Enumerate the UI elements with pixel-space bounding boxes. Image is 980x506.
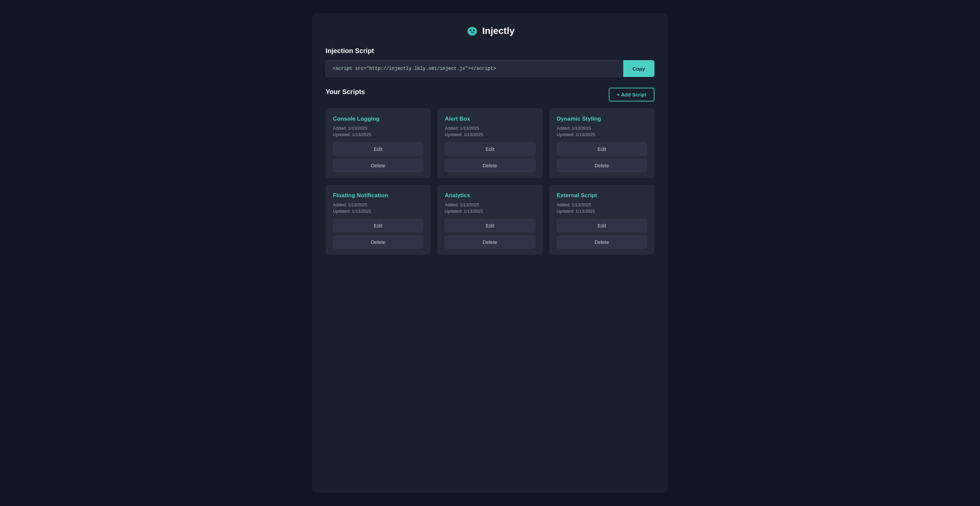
script-card-buttons-console-logging: Edit Delete — [333, 142, 423, 172]
delete-button-console-logging[interactable]: Delete — [333, 159, 423, 172]
script-card-buttons-dynamic-styling: Edit Delete — [557, 142, 647, 172]
script-card-console-logging: Console Logging Added: 1/13/2025 Updated… — [326, 108, 431, 178]
scripts-grid: Console Logging Added: 1/13/2025 Updated… — [326, 108, 654, 255]
script-card-floating-notification: Floating Notification Added: 1/13/2025 U… — [326, 185, 431, 255]
script-card-buttons-floating-notification: Edit Delete — [333, 219, 423, 249]
script-card-updated-floating-notification: Updated: 1/13/2025 — [333, 209, 423, 214]
edit-button-console-logging[interactable]: Edit — [333, 142, 423, 156]
script-card-added-floating-notification: Added: 1/13/2025 — [333, 202, 423, 207]
script-card-dynamic-styling: Dynamic Styling Added: 1/13/2025 Updated… — [549, 108, 654, 178]
svg-point-4 — [471, 32, 474, 33]
script-card-added-dynamic-styling: Added: 1/13/2025 — [557, 126, 647, 131]
delete-button-alert-box[interactable]: Delete — [445, 159, 535, 172]
script-card-title-alert-box: Alert Box — [445, 116, 535, 122]
your-scripts-section: Your Scripts + Add Script Console Loggin… — [326, 88, 654, 255]
svg-point-1 — [468, 27, 477, 35]
script-card-title-console-logging: Console Logging — [333, 116, 423, 122]
app-title: Injectly — [482, 26, 514, 36]
script-card-buttons-external-script: Edit Delete — [557, 219, 647, 249]
delete-button-dynamic-styling[interactable]: Delete — [557, 159, 647, 172]
main-container: Injectly Injection Script <script src="h… — [312, 13, 668, 493]
app-logo-icon — [466, 24, 479, 38]
script-card-updated-alert-box: Updated: 1/13/2025 — [445, 132, 535, 137]
header: Injectly — [326, 24, 654, 38]
script-card-external-script: External Script Added: 1/13/2025 Updated… — [549, 185, 654, 255]
delete-button-external-script[interactable]: Delete — [557, 236, 647, 249]
svg-point-3 — [473, 30, 474, 31]
script-card-updated-external-script: Updated: 1/13/2025 — [557, 209, 647, 214]
delete-button-floating-notification[interactable]: Delete — [333, 236, 423, 249]
copy-button[interactable]: Copy — [623, 60, 655, 77]
edit-button-dynamic-styling[interactable]: Edit — [557, 142, 647, 156]
script-card-title-analytics: Analytics — [445, 192, 535, 199]
injection-script-title: Injection Script — [326, 47, 654, 55]
script-card-added-analytics: Added: 1/13/2025 — [445, 202, 535, 207]
script-card-analytics: Analytics Added: 1/13/2025 Updated: 1/13… — [437, 185, 542, 255]
script-card-added-alert-box: Added: 1/13/2025 — [445, 126, 535, 131]
add-script-button[interactable]: + Add Script — [609, 88, 654, 102]
injection-script-section: Injection Script <script src="http://inj… — [326, 47, 654, 77]
edit-button-analytics[interactable]: Edit — [445, 219, 535, 232]
edit-button-floating-notification[interactable]: Edit — [333, 219, 423, 232]
edit-button-alert-box[interactable]: Edit — [445, 142, 535, 156]
script-card-title-dynamic-styling: Dynamic Styling — [557, 116, 647, 122]
script-card-buttons-analytics: Edit Delete — [445, 219, 535, 249]
script-card-added-external-script: Added: 1/13/2025 — [557, 202, 647, 207]
scripts-header: Your Scripts + Add Script — [326, 88, 654, 102]
script-card-added-console-logging: Added: 1/13/2025 — [333, 126, 423, 131]
script-card-updated-analytics: Updated: 1/13/2025 — [445, 209, 535, 214]
script-input-row: <script src="http://injectly.lkly.net/in… — [326, 60, 654, 77]
script-code-box: <script src="http://injectly.lkly.net/in… — [326, 60, 623, 77]
delete-button-analytics[interactable]: Delete — [445, 236, 535, 249]
svg-point-2 — [469, 30, 471, 31]
script-card-title-external-script: External Script — [557, 192, 647, 199]
script-card-buttons-alert-box: Edit Delete — [445, 142, 535, 172]
script-card-updated-dynamic-styling: Updated: 1/13/2025 — [557, 132, 647, 137]
edit-button-external-script[interactable]: Edit — [557, 219, 647, 232]
script-card-title-floating-notification: Floating Notification — [333, 192, 423, 199]
script-card-alert-box: Alert Box Added: 1/13/2025 Updated: 1/13… — [437, 108, 542, 178]
your-scripts-title: Your Scripts — [326, 88, 365, 96]
script-card-updated-console-logging: Updated: 1/13/2025 — [333, 132, 423, 137]
